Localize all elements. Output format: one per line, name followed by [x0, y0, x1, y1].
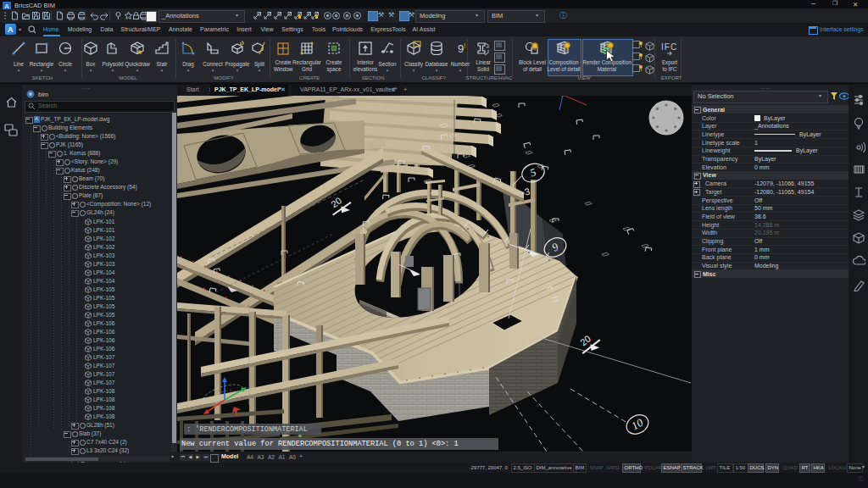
svg-text:!: ! [464, 42, 466, 50]
svg-text:IFC: IFC [661, 42, 677, 52]
svg-text:A: A [4, 3, 9, 10]
